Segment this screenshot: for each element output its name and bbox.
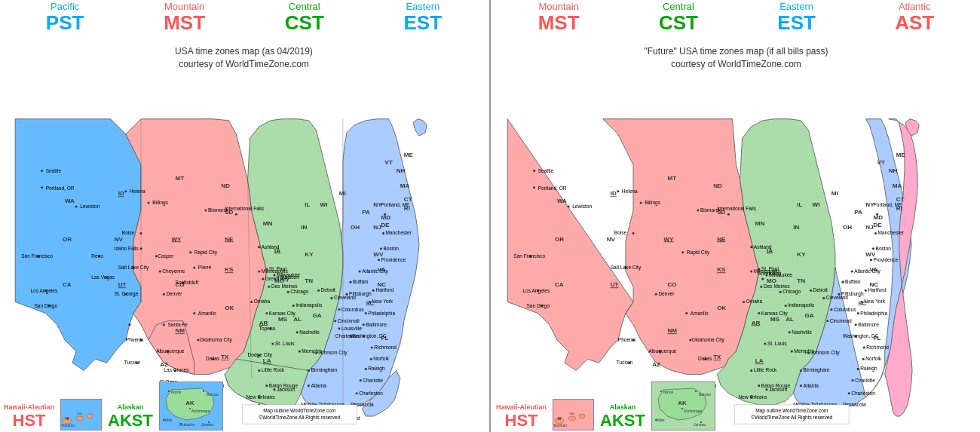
city-raleigh: Raleigh bbox=[368, 366, 385, 372]
right-city-hartford-dot bbox=[865, 289, 867, 291]
label-mt: MT bbox=[176, 174, 185, 181]
right-city-neworleans: New Orleans bbox=[739, 394, 768, 399]
right-label-ma: MA bbox=[893, 182, 902, 188]
city-bismarck-dot bbox=[204, 209, 207, 211]
right-label-or: OR bbox=[555, 235, 564, 242]
right-akst-abbr: AKST bbox=[600, 411, 645, 430]
city-portland: Portland, OR bbox=[46, 185, 75, 190]
city-stgeorge: St. George bbox=[115, 291, 139, 297]
right-city-cleveland-dot bbox=[822, 296, 825, 299]
city-scottsbluff: Scottsbluff bbox=[176, 280, 199, 285]
svg-text:Barrow: Barrow bbox=[207, 392, 219, 397]
right-city-charlotte-dot bbox=[852, 379, 854, 381]
svg-text:Anchorage: Anchorage bbox=[191, 409, 210, 413]
left-pacific-abbr: PST bbox=[46, 12, 84, 34]
right-city-boston: Boston bbox=[876, 245, 892, 250]
right-city-philly-dot bbox=[857, 312, 859, 314]
label-wi: WI bbox=[320, 201, 328, 208]
city-buffalo: Buffalo bbox=[353, 279, 369, 284]
label-ms: MS bbox=[278, 315, 288, 322]
right-central-abbr: CST bbox=[659, 12, 698, 34]
svg-text:Honolulu: Honolulu bbox=[61, 423, 75, 427]
right-city-columbus-dot bbox=[830, 308, 832, 311]
city-topeka: Topeka bbox=[259, 325, 276, 331]
left-alaskan-label: Alaskan bbox=[118, 403, 144, 411]
city-charleston-sc: Charleston bbox=[359, 390, 383, 395]
left-hst-abbr: HST bbox=[13, 411, 46, 430]
right-city-charleston-sc: Charleston bbox=[851, 390, 875, 395]
right-label-az: AZ bbox=[652, 361, 660, 368]
left-eastern-name: Eastern bbox=[404, 2, 443, 12]
right-map-area: WA OR CA NV ID MT UT CO WY NM AZ SD NE K… bbox=[492, 72, 980, 432]
right-city-indianapolis-dot bbox=[785, 305, 787, 307]
right-city-bismarck: Bismarck bbox=[700, 207, 721, 213]
label-tx: TX bbox=[221, 354, 229, 360]
city-johnsoncity-dot bbox=[315, 351, 317, 354]
right-label-ca: CA bbox=[555, 281, 564, 288]
city-charleston-sc-dot bbox=[356, 392, 358, 394]
city-norfolk-dot bbox=[370, 357, 372, 360]
label-md: MD bbox=[381, 214, 390, 221]
city-louisville-dot bbox=[338, 327, 340, 329]
left-map-svg: WA OR CA NV ID MT UT CO WY NM AZ SD NE K… bbox=[0, 72, 488, 432]
label-mn: MN bbox=[263, 220, 273, 227]
city-cheyenne: Cheyenne bbox=[162, 268, 185, 274]
city-stlouis-dot bbox=[271, 342, 274, 345]
right-label-ar: AR bbox=[752, 319, 761, 326]
svg-text:Barrow: Barrow bbox=[699, 392, 711, 397]
city-birmingham: Birmingham bbox=[311, 367, 338, 373]
label-al: AL bbox=[293, 315, 302, 322]
left-central-tz: Central CST bbox=[285, 2, 324, 34]
city-rapidcity: Rapid City bbox=[194, 249, 218, 255]
right-label-ok: OK bbox=[717, 304, 726, 311]
city-billings-dot bbox=[148, 201, 150, 204]
right-city-manchester-dot bbox=[874, 232, 877, 234]
city-detroit: Detroit bbox=[321, 287, 336, 293]
label-wy: WY bbox=[171, 235, 182, 242]
right-city-la: Los Angeles bbox=[522, 288, 550, 294]
city-desmoines-dot bbox=[268, 285, 270, 287]
left-timezone-header: Pacific PST Mountain MST Central CST Eas… bbox=[0, 0, 488, 45]
right-label-la: LA bbox=[755, 357, 764, 364]
right-city-providence: Providence bbox=[873, 256, 898, 262]
right-city-detroit: Detroit bbox=[813, 287, 828, 293]
right-watermark-text1: Map outline WorldTimeZone.com bbox=[755, 408, 828, 414]
right-city-kansascity: Kansas City bbox=[761, 310, 789, 316]
right-city-sf: San Francisco bbox=[513, 253, 545, 258]
svg-point-42 bbox=[695, 391, 697, 392]
left-alaskan: Alaskan AKST bbox=[108, 403, 153, 430]
right-city-baltimore: Baltimore bbox=[858, 321, 879, 326]
city-omaha: Omaha bbox=[254, 299, 271, 304]
right-label-nd: ND bbox=[713, 182, 722, 188]
svg-text:Nome: Nome bbox=[663, 390, 674, 394]
right-city-rapidcity-dot bbox=[681, 251, 684, 253]
svg-text:Juneau: Juneau bbox=[201, 422, 214, 427]
city-boston-dot bbox=[380, 247, 382, 250]
city-pittsburgh-dot bbox=[345, 293, 348, 295]
right-alaskan-label: Alaskan bbox=[610, 403, 636, 411]
right-city-tucson: Tucson bbox=[617, 360, 633, 365]
city-boise: Boise bbox=[122, 230, 135, 235]
label-vt: VT bbox=[385, 159, 393, 166]
right-label-tn: TN bbox=[797, 277, 805, 284]
city-baltimore-dot bbox=[363, 323, 365, 326]
right-city-bismarck-dot bbox=[697, 209, 699, 211]
right-city-atlantic: Atlantic City bbox=[854, 268, 880, 274]
right-city-pittsburgh: Pittsburgh bbox=[841, 291, 864, 297]
right-city-okc: Oklahoma City bbox=[692, 337, 725, 343]
right-label-ky: KY bbox=[797, 250, 806, 257]
label-ne: NE bbox=[225, 235, 234, 242]
right-city-desmoines-dot bbox=[760, 285, 762, 287]
svg-text:Hilo: Hilo bbox=[78, 412, 84, 415]
city-detroit-dot bbox=[317, 289, 320, 291]
right-city-pittsburgh-dot bbox=[838, 293, 840, 295]
right-central-name: Central bbox=[659, 2, 698, 12]
right-atlantic-abbr: AST bbox=[895, 12, 934, 34]
city-saltlakecity: Salt Lake City bbox=[118, 265, 149, 271]
right-city-intlfalls-dot bbox=[727, 213, 730, 215]
right-city-buffalo: Buffalo bbox=[845, 279, 861, 284]
right-city-atlantic-dot bbox=[851, 270, 853, 272]
right-eastern-abbr: EST bbox=[777, 12, 816, 34]
city-madison: Madison bbox=[280, 274, 299, 280]
right-city-chicago: Chicago bbox=[782, 289, 801, 295]
